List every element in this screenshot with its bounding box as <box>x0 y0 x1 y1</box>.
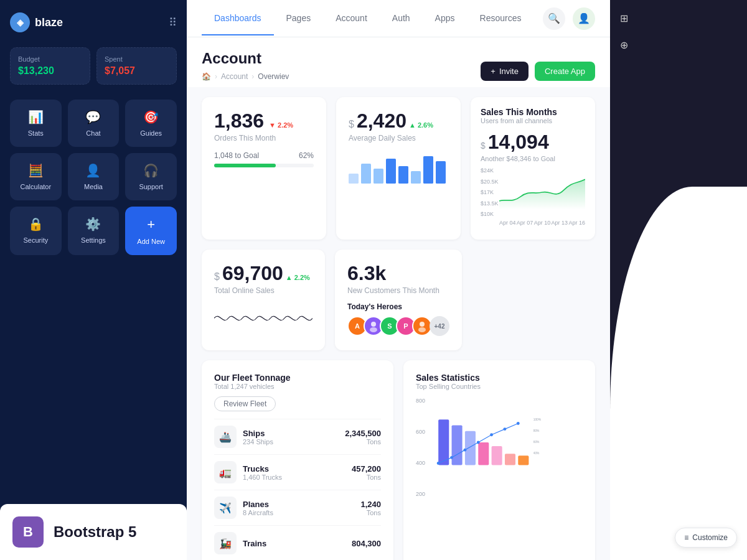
trains-icon: 🚂 <box>214 532 237 554</box>
avatar-img-icon <box>367 320 380 332</box>
fleet-title: Our Fleet Tonnage <box>214 373 381 383</box>
search-button[interactable]: 🔍 <box>543 7 565 30</box>
trucks-name: Trucks <box>243 464 282 474</box>
avatar-img-icon2 <box>416 320 428 332</box>
notifications-button[interactable]: 👤 <box>573 7 595 30</box>
svg-point-9 <box>370 327 377 332</box>
planes-amount: 1,240 Tons <box>360 500 381 516</box>
svg-text:100%: 100% <box>533 418 542 421</box>
app-name: blaze <box>35 16 63 29</box>
orders-progress-fill <box>214 164 276 167</box>
orders-change: ▼ 2.2% <box>269 121 293 129</box>
heroes-section: Today's Heroes A S P +42 <box>347 302 449 336</box>
trucks-amount: 457,200 Tons <box>352 464 381 481</box>
invite-button[interactable]: + Invite <box>481 62 529 81</box>
right-icon-2[interactable]: ⊕ <box>620 39 737 51</box>
sidebar-item-calculator[interactable]: 🧮 Calculator <box>10 153 62 200</box>
sidebar-item-add-new[interactable]: + Add New <box>125 207 177 255</box>
sidebar-item-guides[interactable]: 🎯 Guides <box>125 100 177 147</box>
trucks-tons: 457,200 <box>352 464 381 474</box>
chat-label: Chat <box>86 129 100 137</box>
orders-label: Orders This Month <box>214 134 314 142</box>
right-icons: ⊞ ⊕ <box>610 0 747 63</box>
planes-icon: ✈️ <box>214 497 237 519</box>
customize-button[interactable]: ≡ Customize <box>675 528 737 548</box>
planes-tons: 1,240 <box>360 500 381 509</box>
fleet-subtitle: Total 1,247 vehicles <box>214 383 381 390</box>
svg-rect-3 <box>386 159 396 184</box>
svg-rect-1 <box>361 164 371 184</box>
planes-info: Planes 8 Aircrafts <box>243 500 273 516</box>
stats-label: Stats <box>28 129 44 137</box>
top-nav: Dashboards Pages Account Auth Apps Resou… <box>187 0 610 37</box>
spent-label: Spent <box>105 55 169 63</box>
bottom-row: Our Fleet Tonnage Total 1,247 vehicles R… <box>202 360 595 560</box>
ships-name: Ships <box>243 429 273 438</box>
page-header: Account 🏠 › Account › Overwiev + Invite … <box>187 37 610 87</box>
tab-pages[interactable]: Pages <box>274 2 324 35</box>
sidebar-item-settings[interactable]: ⚙️ Settings <box>68 207 120 255</box>
spacer <box>472 250 595 350</box>
trains-amount: 804,300 <box>352 539 381 548</box>
svg-rect-2 <box>374 169 383 184</box>
sidebar-item-stats[interactable]: 📊 Stats <box>10 100 62 147</box>
sales-month-goal: Another $48,346 to Goal <box>481 155 585 162</box>
sidebar: ◈ blaze ⠿ Budget $13,230 Spent $7,057 📊 … <box>0 0 187 560</box>
sidebar-item-chat[interactable]: 💬 Chat <box>68 100 120 147</box>
orders-value: 1,836 <box>214 110 264 133</box>
svg-rect-4 <box>398 166 408 184</box>
ships-amount: 2,345,500 Tons <box>345 429 381 446</box>
right-icon-1[interactable]: ⊞ <box>620 12 737 24</box>
settings-icon: ⚙️ <box>85 217 101 231</box>
sales-month-title: Sales This Months <box>481 107 585 117</box>
right-panel-blob <box>610 187 747 560</box>
logo-icon: ◈ <box>10 12 30 32</box>
create-app-button[interactable]: Create App <box>535 62 595 81</box>
svg-rect-0 <box>349 174 359 184</box>
svg-rect-17 <box>505 454 515 465</box>
sales-stats-chart: 800 600 400 200 <box>416 398 583 510</box>
svg-rect-12 <box>438 419 449 465</box>
tab-auth[interactable]: Auth <box>380 2 423 35</box>
sales-stats-svg: 100% 80% 60% 40% <box>431 398 583 491</box>
sidebar-item-support[interactable]: 🎧 Support <box>125 153 177 200</box>
svg-rect-5 <box>411 171 421 184</box>
tab-account[interactable]: Account <box>323 2 380 35</box>
orders-progress-row: 1,048 to Goal 62% <box>214 151 314 160</box>
daily-sales-prefix: $ <box>349 119 354 130</box>
tab-apps[interactable]: Apps <box>423 2 467 35</box>
trucks-unit: Tons <box>352 474 381 481</box>
sales-stats-card: Sales Statistics Top Selling Countries 8… <box>403 360 595 560</box>
nav-right: 🔍 👤 <box>543 7 595 30</box>
sidebar-item-media[interactable]: 👤 Media <box>68 153 120 200</box>
trucks-icon: 🚛 <box>214 461 237 483</box>
svg-text:80%: 80% <box>533 429 540 432</box>
dashboard-content: 1,836 ▼ 2.2% Orders This Month 1,048 to … <box>187 87 610 560</box>
add-label: Add New <box>137 238 165 245</box>
breadcrumb-home: 🏠 <box>202 72 211 81</box>
breadcrumb-parent[interactable]: Account <box>221 72 248 81</box>
spent-value: $7,057 <box>105 65 169 77</box>
chat-icon: 💬 <box>85 110 101 124</box>
stats-row-2: $ 69,700 ▲ 2.2% Total Online Sales 6.3k … <box>202 250 595 350</box>
heroes-avatars: A S P +42 <box>347 316 449 336</box>
sidebar-item-security[interactable]: 🔒 Security <box>10 207 62 255</box>
security-icon: 🔒 <box>28 217 44 231</box>
fleet-item-trucks: 🚛 Trucks 1,460 Trucks 457,200 Tons <box>214 454 381 490</box>
trains-name: Trains <box>243 539 266 548</box>
bootstrap-badge: B Bootstrap 5 <box>0 504 187 560</box>
sales-stats-subtitle: Top Selling Countries <box>416 383 583 390</box>
customize-icon: ≡ <box>684 533 688 542</box>
page-title: Account <box>202 50 289 67</box>
review-fleet-button[interactable]: Review Fleet <box>214 396 276 411</box>
ships-tons: 2,345,500 <box>345 429 381 438</box>
tab-dashboards[interactable]: Dashboards <box>202 2 274 35</box>
breadcrumb-current: Overwiev <box>258 72 289 81</box>
menu-icon[interactable]: ⠿ <box>169 16 177 29</box>
support-label: Support <box>139 183 163 190</box>
nav-tabs: Dashboards Pages Account Auth Apps Resou… <box>202 2 533 35</box>
calculator-label: Calculator <box>21 183 52 190</box>
svg-point-8 <box>371 322 376 327</box>
tab-resources[interactable]: Resources <box>467 2 534 35</box>
heroes-extra-count: +42 <box>430 316 449 336</box>
